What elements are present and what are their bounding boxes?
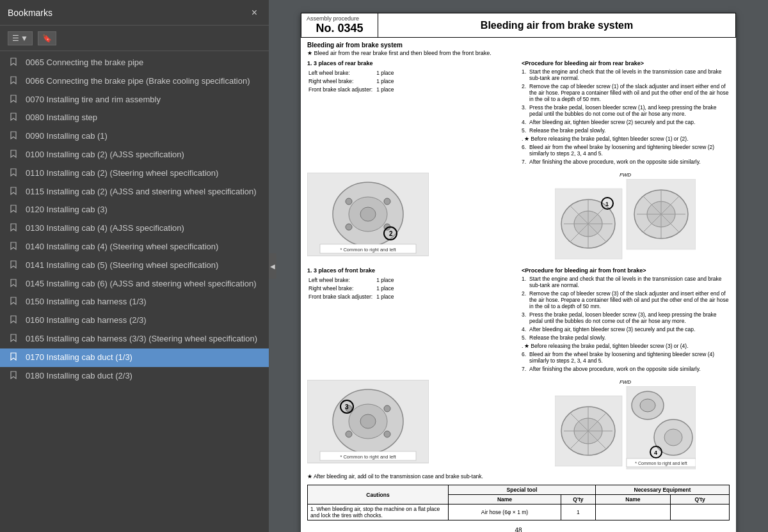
rear-brake-images: 2 * Common to right and left FWD — [307, 172, 730, 262]
bookmark-item-0115[interactable]: 0115 Installing cab (2) (AJSS and steeri… — [0, 183, 269, 201]
bookmark-icon — [10, 242, 20, 253]
svg-text:1: 1 — [605, 201, 609, 207]
table-row: Front brake slack adjuster: 1 place — [308, 293, 397, 301]
equip-name — [595, 505, 670, 520]
bookmark-icon-button[interactable]: 🔖 — [38, 31, 56, 45]
rear-procedure-right: <Procedure for bleeding air from rear br… — [522, 60, 730, 167]
bookmark-item-0090[interactable]: 0090 Installing cab (1) — [0, 127, 269, 146]
svg-point-6 — [346, 224, 352, 230]
bookmark-item-0080[interactable]: 0080 Installing step — [0, 109, 269, 127]
list-item: Press the brake pedal, loosen bleeder sc… — [522, 311, 730, 324]
table-row: Left wheel brake: 1 place — [308, 70, 397, 77]
list-item: After bleeding air, tighten bleeder scre… — [522, 326, 730, 332]
list-item: Remove the cap of bleeder screw (1) of t… — [522, 83, 730, 102]
list-item: Release the brake pedal slowly. — [522, 334, 730, 341]
svg-point-51 — [664, 429, 682, 446]
list-item: Start the engine and check that the oil … — [522, 68, 730, 81]
list-item: Press the brake pedal, loosen bleeder sc… — [522, 104, 730, 117]
bookmark-item-0066[interactable]: 0066 Connecting the brake pipe (Brake co… — [0, 72, 269, 91]
bookmark-label: 0180 Installing cab duct (2/3) — [26, 370, 261, 382]
bookmark-label: 0080 Installing step — [26, 112, 261, 123]
bookmark-icon — [10, 168, 20, 180]
procedure-title: Bleeding air from brake system — [383, 20, 730, 31]
front-parts-table: Left wheel brake: 1 place Right wheel br… — [307, 276, 398, 302]
bookmark-icon — [10, 58, 20, 69]
bookmark-item-0130[interactable]: 0130 Installing cab (4) (AJSS specificat… — [0, 219, 269, 238]
bookmark-item-0065[interactable]: 0065 Connecting the brake pipe — [0, 54, 269, 72]
bookmark-label: 0150 Installing cab harness (1/3) — [26, 296, 261, 308]
svg-point-33 — [384, 405, 390, 412]
bookmark-icon — [10, 76, 20, 88]
bookmark-icon — [10, 279, 20, 290]
svg-point-3 — [360, 207, 376, 221]
sidebar-toolbar: ☰ ▼ 🔖 — [0, 26, 269, 51]
sidebar-close-button[interactable]: × — [248, 6, 261, 20]
bookmark-item-0160[interactable]: 0160 Installing cab harness (2/3) — [0, 311, 269, 330]
rear-brake-left: 1. 3 places of rear brake Left wheel bra… — [307, 60, 515, 167]
svg-point-4 — [346, 198, 352, 205]
equip-qty — [671, 505, 730, 520]
fwd-label: FWD — [620, 172, 631, 178]
bookmark-item-0070[interactable]: 0070 Installing tire and rim assembly — [0, 91, 269, 109]
list-item: Start the engine and check that the oil … — [522, 276, 730, 288]
bookmark-label: 0130 Installing cab (4) (AJSS specificat… — [26, 223, 261, 234]
part-qty: 1 place — [376, 285, 396, 292]
rear-brake-image-right-container: FWD 1 — [521, 172, 730, 262]
bookmark-icon: 🔖 — [42, 34, 52, 43]
bookmark-item-0141[interactable]: 0141 Installing cab (5) (Steering wheel … — [0, 256, 269, 275]
name-header2: Name — [595, 495, 670, 505]
front-brake-image-right-container: FWD — [521, 379, 730, 469]
doc-subtitle: ★ Bleed air from the rear brake first an… — [307, 50, 730, 56]
part-qty: 1 place — [376, 277, 396, 284]
list-item: ★ Before releasing the brake pedal, tigh… — [522, 343, 730, 349]
front-brake-images: 3 * Common to right and left FWD — [307, 379, 730, 469]
bookmark-label: 0070 Installing tire and rim assembly — [26, 94, 261, 106]
procedure-number: No. 0345 — [307, 22, 372, 35]
bookmark-label: 0165 Installing cab harness (3/3) (Steer… — [26, 333, 261, 345]
list-item: Bleed air from the wheel brake by loosen… — [522, 351, 730, 364]
bookmark-item-0150[interactable]: 0150 Installing cab harness (1/3) — [0, 293, 269, 311]
rear-brake-columns: 1. 3 places of rear brake Left wheel bra… — [307, 60, 730, 167]
bookmark-label: 0066 Connecting the brake pipe (Brake co… — [26, 75, 261, 87]
front-procedure-title: <Procedure for bleeding air from front b… — [522, 267, 730, 274]
tool-name: Air hose (6φ × 1 m) — [449, 505, 561, 520]
bookmark-label: 0115 Installing cab (2) (AJSS and steeri… — [26, 186, 261, 198]
bookmark-label: 0100 Installing cab (2) (AJSS specificat… — [26, 149, 261, 160]
rear-brake-image-right: 1 — [555, 179, 696, 262]
front-brake-title: 1. 3 places of front brake — [307, 267, 515, 274]
bookmark-item-0145[interactable]: 0145 Installing cab (6) (AJSS and steeri… — [0, 275, 269, 293]
view-options-button[interactable]: ☰ ▼ — [8, 31, 33, 45]
bookmark-icon — [10, 131, 20, 143]
bookmark-icon — [10, 95, 20, 106]
bookmark-item-0170[interactable]: 0170 Installing cab duct (1/3) — [0, 348, 269, 367]
svg-point-35 — [384, 431, 390, 437]
bookmark-item-0165[interactable]: 0165 Installing cab harness (3/3) (Steer… — [0, 330, 269, 348]
bookmark-item-0110[interactable]: 0110 Installing cab (2) (Steering wheel … — [0, 164, 269, 183]
bookmark-item-0100[interactable]: 0100 Installing cab (2) (AJSS specificat… — [0, 146, 269, 164]
svg-text:3: 3 — [345, 403, 349, 411]
table-row: Right wheel brake: 1 place — [308, 78, 397, 85]
bookmark-item-0140[interactable]: 0140 Installing cab (4) (Steering wheel … — [0, 238, 269, 256]
bookmark-label: 0120 Installing cab (3) — [26, 204, 261, 215]
svg-text:* Common to right and left: * Common to right and left — [635, 461, 687, 466]
bookmark-label: 0090 Installing cab (1) — [26, 130, 261, 142]
bookmark-list: 0065 Connecting the brake pipe0066 Conne… — [0, 51, 269, 532]
bookmark-label: 0145 Installing cab (6) (AJSS and steeri… — [26, 278, 261, 290]
table-row: Front brake slack adjuster: 1 place — [308, 86, 397, 93]
main-content: Assembly procedure No. 0345 Bleeding air… — [269, 0, 768, 532]
collapse-handle[interactable]: ◀ — [269, 253, 276, 279]
bookmark-item-0180[interactable]: 0180 Installing cab duct (2/3) — [0, 367, 269, 386]
footer-note: ★ After bleeding air, add oil to the tra… — [307, 473, 730, 480]
table-row: Left wheel brake: 1 place — [308, 277, 397, 284]
caution-text: 1. When bleeding air, stop the machine o… — [308, 505, 449, 520]
tool-qty: 1 — [561, 505, 595, 520]
page-number: 48 — [301, 524, 736, 532]
front-brake-image-left-container: 3 * Common to right and left — [307, 380, 516, 469]
doc-footer-table: Cautions Special tool Necessary Equipmen… — [307, 485, 730, 520]
part-qty: 1 place — [376, 78, 396, 85]
bookmark-item-0120[interactable]: 0120 Installing cab (3) — [0, 201, 269, 219]
front-brake-left: 1. 3 places of front brake Left wheel br… — [307, 267, 515, 374]
front-brake-image-left: 3 * Common to right and left — [307, 380, 429, 469]
bookmark-icon — [10, 223, 20, 235]
sidebar: Bookmarks × ☰ ▼ 🔖 0065 Connecting the br… — [0, 0, 269, 532]
